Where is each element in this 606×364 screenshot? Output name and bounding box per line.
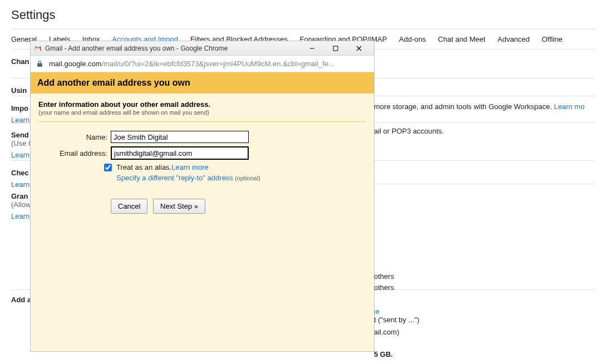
fragment-others1: others [374, 272, 394, 281]
fragment-others2: others [374, 283, 394, 292]
tab-offline[interactable]: Offline [541, 35, 562, 43]
replyto-row: Specify a different "reply-to" address (… [116, 174, 366, 182]
svg-rect-1 [333, 46, 338, 51]
window-titlebar: Gmail - Add another email address you ow… [31, 41, 374, 56]
alias-checkbox[interactable] [104, 164, 112, 171]
url-path: /mail/u/0/?ui=2&ik=ebfcfd3573&jsver=jmI4… [102, 60, 334, 68]
email-label: Email address: [38, 149, 111, 158]
window-buttons [300, 42, 371, 55]
page-title: Settings [11, 0, 595, 29]
name-label: Name: [38, 133, 111, 141]
fragment-pop3: ail or POP3 accounts. [374, 127, 444, 135]
window-title-text: Gmail - Add another email address you ow… [45, 45, 300, 52]
lock-icon [36, 60, 43, 67]
gmail-icon [34, 45, 42, 52]
fragment-sentby: t ("sent by ...") [374, 316, 419, 324]
replyto-link[interactable]: Specify a different "reply-to" address [116, 174, 233, 182]
cancel-button[interactable]: Cancel [111, 199, 147, 214]
fragment-gb: 5 GB. [374, 350, 393, 358]
learn-more-link[interactable]: Learn mo [554, 102, 584, 111]
alias-label: Treat as an alias. [116, 163, 171, 171]
tab-advanced[interactable]: Advanced [497, 35, 530, 43]
learn-more-link[interactable]: Learn [11, 116, 29, 124]
section-title: Gran [11, 192, 28, 200]
section-title: Impo [11, 104, 28, 112]
alias-row: Treat as an alias. Learn more [104, 163, 366, 171]
learn-more-link[interactable]: Learn [11, 151, 29, 159]
dialog-header: Add another email address you own [31, 72, 374, 94]
learn-more-link[interactable]: Learn [11, 212, 29, 220]
section-title: Chan [11, 57, 29, 66]
tab-addons[interactable]: Add-ons [399, 35, 426, 43]
section-title: Send [11, 131, 29, 139]
popup-window: Gmail - Add another email address you ow… [31, 41, 374, 351]
name-input[interactable] [111, 131, 249, 143]
fragment-ailcom: ail.com) [374, 328, 400, 336]
minimize-button[interactable] [300, 42, 324, 55]
name-row: Name: [38, 131, 366, 143]
tab-chat[interactable]: Chat and Meet [438, 35, 485, 43]
dialog-inner: Enter information about your other email… [31, 94, 374, 224]
optional-text: (optional) [233, 175, 260, 181]
section-title: Chec [11, 169, 29, 177]
divider [38, 121, 366, 122]
instruction-text: Enter information about your other email… [38, 100, 366, 109]
email-row: Email address: [38, 146, 366, 160]
instruction-subtext: (your name and email address will be sho… [38, 109, 366, 116]
alias-learn-more-link[interactable]: Learn more [171, 163, 208, 171]
fragment-workspace: more storage, and admin tools with Googl… [374, 102, 584, 111]
section-title: Usin [11, 86, 27, 95]
next-step-button[interactable]: Next Step » [153, 199, 205, 214]
email-input[interactable] [111, 146, 249, 160]
button-row: Cancel Next Step » [111, 199, 366, 214]
learn-more-link[interactable]: Learn [11, 180, 29, 189]
url-host: mail.google.com [49, 60, 102, 68]
popup-body: Add another email address you own Enter … [31, 72, 374, 351]
section-title: Add a [11, 296, 31, 304]
close-button[interactable] [347, 42, 371, 55]
maximize-button[interactable] [324, 42, 347, 55]
address-bar: mail.google.com/mail/u/0/?ui=2&ik=ebfcfd… [31, 56, 374, 72]
